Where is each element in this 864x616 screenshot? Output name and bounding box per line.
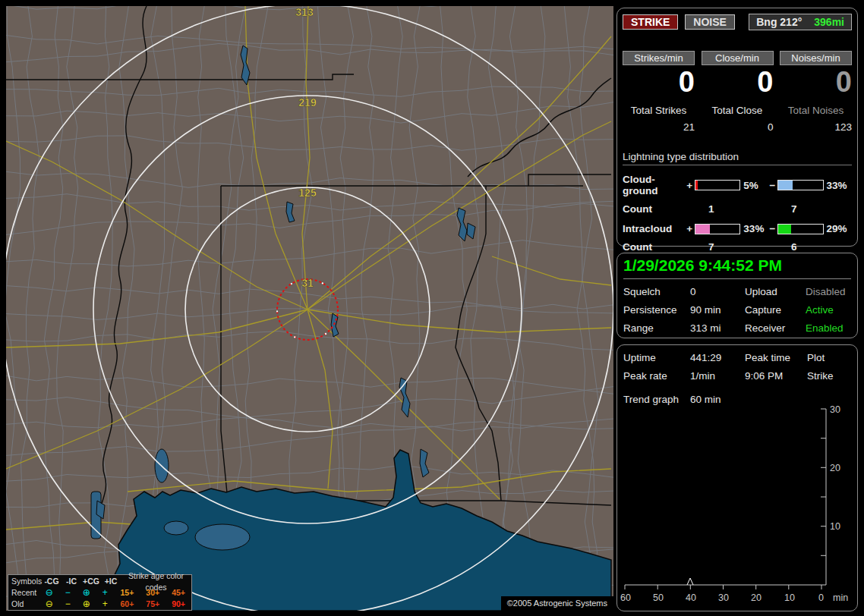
total-strikes-label: Total Strikes — [623, 105, 695, 116]
legend-recent-label: Recent — [11, 587, 40, 599]
counters-panel: STRIKE NOISE Bng 212° 396mi Strikes/min … — [616, 8, 858, 247]
strike-button[interactable]: STRIKE — [623, 14, 678, 30]
noise-button[interactable]: NOISE — [685, 14, 735, 30]
ic-positive-bar — [695, 224, 741, 234]
receiver-status: Enabled — [806, 322, 844, 334]
copyright-notice: ©2005 Astrogenic Systems — [501, 596, 613, 611]
peak-time-value: 9:06 PM — [745, 370, 807, 382]
strikes-per-min-button[interactable]: Strikes/min — [623, 51, 695, 65]
distribution-title: Lightning type distribution — [623, 151, 852, 165]
range-value: 313 mi — [690, 322, 745, 334]
xtick-0: 0 — [818, 592, 824, 603]
ic-negative-pct: 29% — [827, 223, 852, 234]
plus-sign: + — [686, 223, 693, 234]
xtick-20: 20 — [751, 592, 762, 603]
persistence-value: 90 min — [690, 304, 745, 316]
cg-negative-count: 7 — [791, 203, 797, 215]
legend-col-pos-cg: +CG — [81, 576, 101, 587]
total-close-label: Total Close — [702, 105, 774, 116]
lightning-map[interactable]: 313 219 125 31 Symbols -CG -IC +CG +IC S… — [6, 6, 613, 611]
receiver-label: Receiver — [745, 322, 806, 334]
cg-negative-pct: 33% — [827, 180, 852, 191]
xtick-30: 30 — [718, 592, 729, 603]
noises-per-min-value: 0 — [836, 68, 852, 96]
xtick-40: 40 — [686, 592, 696, 603]
xtick-10: 10 — [784, 592, 795, 603]
upload-status: Disabled — [806, 286, 846, 297]
peak-time-label: Peak time — [745, 352, 807, 363]
trend-row: Peak rate 1/min 9:06 PM Strike — [623, 370, 851, 382]
cloud-ground-label: Cloud-ground — [623, 174, 686, 196]
trend-axes — [625, 409, 826, 589]
upload-label: Upload — [745, 286, 806, 297]
legend-recent-row: Recent ⊖ − ⊕ + 15+ 30+ 45+ — [11, 587, 191, 599]
plot-value: Strike — [807, 370, 834, 382]
x-unit-label: min — [833, 592, 848, 603]
status-row: Range 313 mi Receiver Enabled — [623, 322, 851, 334]
datetime-display: 1/29/2026 9:44:52 PM — [623, 256, 851, 279]
trend-row: Uptime 441:29 Peak time Plot — [623, 352, 851, 363]
count-label: Count — [623, 241, 708, 253]
legend-old-label: Old — [11, 599, 40, 610]
neg-cg-recent-icon: ⊖ — [40, 587, 58, 599]
age-90: 90+ — [166, 599, 191, 610]
capture-label: Capture — [745, 304, 806, 316]
pos-ic-recent-icon: + — [96, 587, 114, 599]
trend-panel: Uptime 441:29 Peak time Plot Peak rate 1… — [616, 344, 858, 611]
status-panel: 1/29/2026 9:44:52 PM Squelch 0 Upload Di… — [616, 253, 858, 338]
total-strikes-value: 21 — [683, 121, 695, 133]
total-close-value: 0 — [768, 121, 774, 133]
bearing-display: Bng 212° 396mi — [749, 14, 852, 30]
strikes-column: Strikes/min 0 Total Strikes 21 — [623, 51, 695, 133]
cg-positive-bar — [695, 180, 741, 190]
ring-label-219: 219 — [298, 96, 317, 108]
noises-column: Noises/min 0 Total Noises 123 — [780, 51, 852, 133]
legend-col-pos-ic: +IC — [101, 576, 121, 587]
xtick-60: 60 — [620, 592, 631, 603]
trend-line-spike — [687, 578, 693, 585]
map-legend: Symbols -CG -IC +CG +IC Strike age color… — [8, 574, 192, 611]
legend-col-neg-cg: -CG — [42, 576, 61, 587]
cg-negative-bar — [777, 180, 824, 190]
peak-rate-value: 1/min — [690, 370, 745, 382]
minus-sign: − — [769, 223, 776, 234]
status-row: Persistence 90 min Capture Active — [623, 304, 851, 316]
pos-ic-old-icon: + — [96, 599, 114, 610]
cloud-ground-row: Cloud-ground + 5% − 33% — [623, 174, 852, 196]
age-30: 30+ — [140, 587, 166, 599]
legend-col-neg-ic: -IC — [61, 576, 81, 587]
uptime-value: 441:29 — [690, 352, 745, 363]
ytick-30: 30 — [830, 404, 840, 415]
minus-sign: − — [769, 180, 776, 191]
trend-graph: 30 20 10 60 50 40 30 20 10 0 min — [617, 395, 857, 606]
squelch-label: Squelch — [623, 286, 690, 297]
ring-label-31: 31 — [301, 277, 314, 289]
total-noises-value: 123 — [834, 121, 852, 133]
capture-status: Active — [806, 304, 834, 316]
cg-positive-pct: 5% — [743, 180, 768, 191]
range-label: Range — [623, 322, 690, 334]
neg-cg-old-icon: ⊖ — [40, 599, 58, 610]
trend-tick-labels: 30 20 10 60 50 40 30 20 10 0 min — [620, 404, 848, 603]
age-75: 75+ — [140, 599, 166, 610]
intracloud-count-row: Count 7 6 — [623, 241, 852, 253]
plot-label: Plot — [807, 352, 825, 363]
bearing-distance: 396mi — [814, 16, 844, 28]
cg-positive-count: 1 — [708, 203, 791, 215]
ic-positive-pct: 33% — [743, 223, 768, 234]
ytick-20: 20 — [830, 463, 840, 473]
ic-negative-count: 6 — [791, 241, 797, 253]
ic-positive-count: 7 — [708, 241, 791, 253]
close-column: Close/min 0 Total Close 0 — [702, 51, 774, 133]
ring-label-125: 125 — [298, 187, 317, 199]
ring-label-313: 313 — [295, 6, 314, 18]
neg-ic-old-icon: − — [58, 599, 77, 610]
close-per-min-button[interactable]: Close/min — [702, 51, 774, 65]
intracloud-row: Intracloud + 33% − 29% — [623, 223, 852, 234]
noises-per-min-button[interactable]: Noises/min — [780, 51, 852, 65]
squelch-value: 0 — [690, 286, 745, 297]
plus-sign: + — [686, 180, 693, 191]
age-15: 15+ — [114, 587, 140, 599]
close-per-min-value: 0 — [757, 68, 773, 96]
status-row: Squelch 0 Upload Disabled — [623, 286, 851, 297]
